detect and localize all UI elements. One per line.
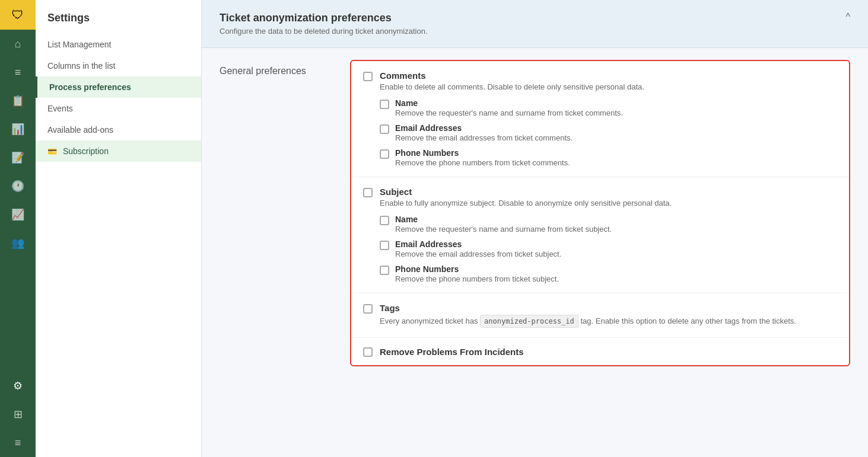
main-content: Ticket anonymization preferences Configu…	[202, 0, 868, 457]
remove-problems-label: Remove Problems From Incidents	[380, 347, 524, 357]
comments-phone-row: Phone Numbers Remove the phone numbers f…	[380, 148, 837, 167]
comments-sub-items: Name Remove the requester's name and sur…	[380, 98, 837, 167]
remove-problems-section: Remove Problems From Incidents	[351, 338, 849, 365]
comments-email-label: Email Addresses	[395, 123, 573, 133]
comments-name-desc: Remove the requester's name and surname …	[395, 108, 623, 117]
subject-checkbox[interactable]	[363, 188, 373, 197]
content-area: General preferences Comments Enable to d…	[202, 48, 868, 378]
nav-clock[interactable]: 🕐	[0, 172, 36, 200]
sidebar: Settings List Management Columns in the …	[36, 0, 202, 457]
header-banner: Ticket anonymization preferences Configu…	[202, 0, 868, 48]
tags-desc: Every anonymized ticket has anonymized-p…	[380, 315, 837, 328]
sidebar-item-available-addons[interactable]: Available add-ons	[36, 119, 201, 140]
remove-problems-checkbox[interactable]	[363, 347, 373, 357]
sidebar-title: Settings	[36, 12, 201, 34]
sidebar-item-process-preferences[interactable]: Process preferences	[36, 76, 201, 98]
page-title: Ticket anonymization preferences	[220, 12, 428, 24]
subject-section: Subject Enable to fully anonymize subjec…	[351, 177, 849, 293]
comments-phone-desc: Remove the phone numbers from ticket com…	[395, 158, 570, 167]
logo-icon: 🛡	[12, 8, 24, 22]
preferences-box: Comments Enable to delete all comments. …	[350, 60, 850, 366]
subject-email-desc: Remove the email addresses from ticket s…	[395, 250, 561, 258]
subject-main-row: Subject	[363, 187, 837, 197]
tags-label: Tags	[380, 303, 400, 313]
comments-email-checkbox[interactable]	[380, 124, 389, 134]
tags-section: Tags Every anonymized ticket has anonymi…	[351, 293, 849, 338]
nav-chart[interactable]: 📊	[0, 115, 36, 143]
nav-settings[interactable]: ⚙	[0, 372, 36, 400]
nav-home[interactable]: ⌂	[0, 30, 36, 58]
subject-phone-row: Phone Numbers Remove the phone numbers f…	[380, 264, 837, 283]
subject-phone-label: Phone Numbers	[395, 264, 559, 274]
subject-sub-items: Name Remove the requester's name and sur…	[380, 215, 837, 283]
collapse-button[interactable]: ^	[845, 12, 850, 23]
app-logo: 🛡	[0, 0, 36, 30]
tags-checkbox[interactable]	[363, 304, 373, 314]
header-banner-text: Ticket anonymization preferences Configu…	[220, 12, 428, 36]
nav-grid[interactable]: ⊞	[0, 400, 36, 429]
comments-label: Comments	[380, 71, 426, 81]
tags-code: anonymized-process_id	[480, 315, 578, 328]
comments-main-row: Comments	[363, 71, 837, 81]
comments-name-label: Name	[395, 98, 623, 108]
nav-clipboard[interactable]: 📋	[0, 87, 36, 115]
subject-label: Subject	[380, 187, 412, 197]
tags-desc-after: tag. Enable this option to delete any ot…	[580, 317, 796, 325]
subject-desc: Enable to fully anonymize subject. Disab…	[380, 199, 837, 207]
comments-name-row: Name Remove the requester's name and sur…	[380, 98, 837, 117]
sidebar-item-list-management[interactable]: List Management	[36, 34, 201, 55]
subject-name-row: Name Remove the requester's name and sur…	[380, 215, 837, 234]
comments-phone-checkbox[interactable]	[380, 149, 389, 159]
nav-graph[interactable]: 📈	[0, 200, 36, 229]
sidebar-item-subscription[interactable]: 💳 Subscription	[36, 140, 201, 162]
sidebar-item-events[interactable]: Events	[36, 98, 201, 119]
comments-email-desc: Remove the email addresses from ticket c…	[395, 133, 573, 142]
subject-email-row: Email Addresses Remove the email address…	[380, 239, 837, 258]
tags-main-row: Tags	[363, 303, 837, 314]
subject-name-desc: Remove the requester's name and surname …	[395, 225, 612, 234]
comments-phone-label: Phone Numbers	[395, 148, 570, 158]
nav-list[interactable]: ≡	[0, 58, 36, 87]
section-label-general: General preferences	[220, 60, 338, 366]
tags-desc-before: Every anonymized ticket has	[380, 317, 478, 325]
subject-name-label: Name	[395, 215, 612, 224]
subject-phone-desc: Remove the phone numbers from ticket sub…	[395, 274, 559, 283]
nav-notes[interactable]: 📝	[0, 143, 36, 172]
subject-name-checkbox[interactable]	[380, 216, 389, 225]
nav-menu-bottom[interactable]: ≡	[0, 429, 36, 457]
nav-icons-bar: 🛡 ⌂ ≡ 📋 📊 📝 🕐 📈 👥 ⚙ ⊞ ≡	[0, 0, 36, 457]
nav-people[interactable]: 👥	[0, 229, 36, 257]
comments-section: Comments Enable to delete all comments. …	[351, 61, 849, 177]
sidebar-item-columns-in-list[interactable]: Columns in the list	[36, 55, 201, 76]
subject-phone-checkbox[interactable]	[380, 266, 389, 275]
subject-email-checkbox[interactable]	[380, 241, 389, 250]
page-subtitle: Configure the data to be deleted during …	[220, 27, 428, 36]
comments-email-row: Email Addresses Remove the email address…	[380, 123, 837, 142]
comments-desc: Enable to delete all comments. Disable t…	[380, 82, 837, 91]
subscription-icon: 💳	[47, 147, 57, 156]
subject-email-label: Email Addresses	[395, 239, 561, 249]
comments-name-checkbox[interactable]	[380, 100, 389, 109]
comments-checkbox[interactable]	[363, 72, 373, 81]
